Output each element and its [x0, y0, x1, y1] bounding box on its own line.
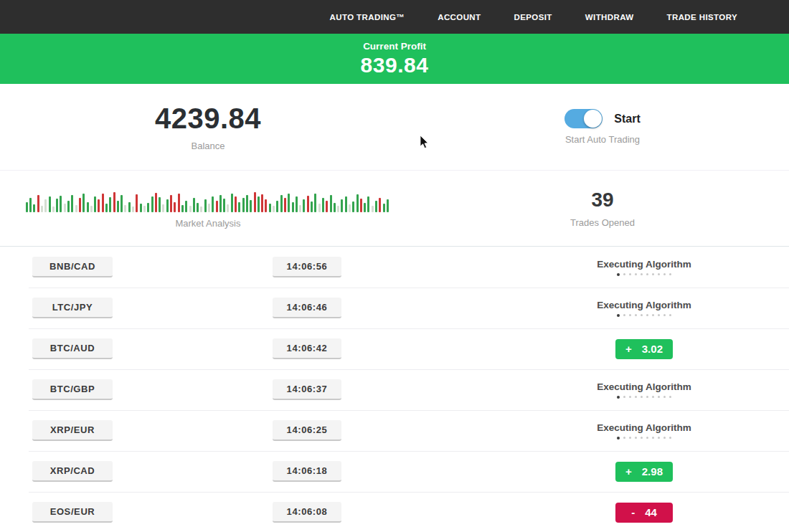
nav-withdraw[interactable]: WITHDRAW	[585, 13, 634, 22]
status-cell: Executing Algorithm	[572, 422, 716, 440]
loss-sign: -	[631, 506, 635, 518]
nav-auto-trading[interactable]: AUTO TRADING™	[330, 13, 405, 22]
pair-chip: BTC/AUD	[32, 338, 113, 359]
status-cell: Executing Algorithm	[572, 381, 716, 399]
market-analysis-chart	[26, 188, 391, 212]
market-analysis-label: Market Analysis	[175, 218, 240, 229]
loading-dots	[615, 273, 674, 276]
status-cell: - 44	[572, 503, 716, 523]
trades-table: BNB/CAD 14:06:56 Executing Algorithm LTC…	[0, 246, 789, 532]
current-profit-value: 839.84	[361, 53, 429, 77]
status-cell: + 2.98	[572, 462, 716, 482]
pair-chip: XRP/EUR	[32, 420, 113, 441]
toggle-knob	[584, 110, 602, 128]
start-toggle-label: Start	[614, 113, 640, 125]
auto-trading-page: AUTO TRADING™ ACCOUNT DEPOSIT WITHDRAW T…	[0, 0, 789, 532]
loss-badge: - 44	[615, 503, 673, 523]
time-chip: 14:06:25	[273, 420, 341, 441]
profit-badge: + 3.02	[615, 339, 673, 359]
table-row: XRP/EUR 14:06:25 Executing Algorithm	[0, 410, 789, 451]
balance-label: Balance	[192, 141, 225, 151]
status-cell: Executing Algorithm	[572, 300, 716, 317]
trades-opened-label: Trades Opened	[570, 217, 635, 228]
table-row: BTC/GBP 14:06:37 Executing Algorithm	[0, 369, 789, 410]
executing-label: Executing Algorithm	[597, 300, 691, 310]
executing-label: Executing Algorithm	[597, 381, 691, 392]
trades-opened-value: 39	[591, 189, 613, 212]
pair-chip: XRP/CAD	[32, 461, 113, 482]
nav-account[interactable]: ACCOUNT	[438, 13, 481, 22]
loading-dots	[615, 314, 674, 317]
executing-label: Executing Algorithm	[597, 422, 691, 433]
time-chip: 14:06:37	[273, 379, 341, 400]
time-chip: 14:06:56	[273, 257, 341, 277]
time-chip: 14:06:18	[273, 461, 341, 482]
profit-amount: 3.02	[642, 343, 663, 355]
balance-block: 4239.84 Balance	[0, 84, 416, 170]
table-row: XRP/CAD 14:06:18 + 2.98	[0, 451, 789, 492]
table-row: EOS/EUR 14:06:08 - 44	[0, 492, 789, 532]
loss-amount: 44	[645, 506, 657, 518]
nav-trade-history[interactable]: TRADE HISTORY	[667, 13, 738, 22]
current-profit-label: Current Profit	[363, 41, 426, 52]
time-chip: 14:06:08	[273, 502, 341, 523]
pair-chip: BNB/CAD	[32, 257, 113, 277]
start-auto-trading-caption: Start Auto Trading	[565, 134, 640, 145]
table-row: BTC/AUD 14:06:42 + 3.02	[0, 328, 789, 369]
top-nav: AUTO TRADING™ ACCOUNT DEPOSIT WITHDRAW T…	[0, 0, 789, 34]
pair-chip: BTC/GBP	[32, 379, 113, 400]
table-row: BNB/CAD 14:06:56 Executing Algorithm	[0, 247, 789, 288]
market-analysis-block: Market Analysis	[0, 171, 416, 246]
auto-trading-toggle-block: Start Start Auto Trading	[416, 84, 789, 170]
table-row: LTC/JPY 14:06:46 Executing Algorithm	[0, 288, 789, 328]
start-toggle[interactable]	[564, 109, 603, 128]
stats-row-bottom: Market Analysis 39 Trades Opened	[0, 170, 789, 246]
status-cell: + 3.02	[572, 339, 716, 359]
profit-sign: +	[625, 465, 632, 478]
profit-amount: 2.98	[642, 465, 663, 478]
profit-badge: + 2.98	[615, 462, 673, 482]
current-profit-banner: Current Profit 839.84	[0, 34, 789, 84]
trades-opened-block: 39 Trades Opened	[416, 171, 789, 246]
balance-value: 4239.84	[155, 103, 261, 135]
time-chip: 14:06:42	[273, 338, 341, 359]
loading-dots	[615, 437, 674, 440]
pair-chip: LTC/JPY	[32, 298, 113, 318]
profit-sign: +	[625, 343, 632, 355]
time-chip: 14:06:46	[273, 298, 341, 318]
loading-dots	[615, 396, 674, 399]
stats-row-top: 4239.84 Balance Start Start Auto Trading	[0, 84, 789, 170]
status-cell: Executing Algorithm	[572, 259, 716, 276]
pair-chip: EOS/EUR	[32, 502, 113, 523]
nav-deposit[interactable]: DEPOSIT	[514, 13, 552, 22]
executing-label: Executing Algorithm	[597, 259, 691, 270]
